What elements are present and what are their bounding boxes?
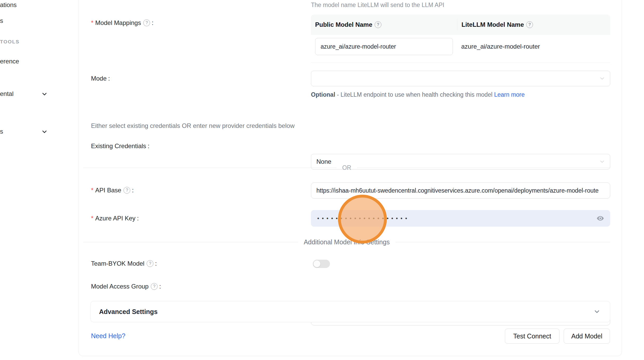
need-help-link[interactable]: Need Help? (91, 332, 125, 340)
or-divider-text: OR (336, 164, 357, 171)
colon: : (152, 19, 153, 27)
model-mappings-label: * Model Mappings ? : (91, 19, 153, 27)
azure-api-key-input[interactable]: •••••••••••••••••••• (311, 210, 610, 227)
colon: : (108, 75, 110, 82)
additional-settings-divider-text: Additional Model Info Settings (298, 238, 395, 246)
sidebar-item-ations[interactable]: ations (0, 1, 17, 9)
mode-hint-text: - LiteLLM endpoint to use when health ch… (335, 91, 494, 98)
advanced-settings-panel[interactable]: Advanced Settings (90, 301, 610, 322)
required-asterisk: * (91, 215, 93, 222)
existing-credentials-label-text: Existing Credentials (91, 142, 146, 150)
toggle-knob (314, 260, 320, 267)
colon: : (137, 215, 139, 222)
mode-hint-bold: Optional (311, 91, 335, 98)
litellm-model-name-value: azure_ai/azure-model-router (453, 43, 540, 50)
sidebar-item-ental[interactable]: ental (0, 90, 14, 97)
existing-credentials-label: Existing Credentials : (91, 142, 149, 150)
help-circle-icon[interactable]: ? (143, 19, 150, 26)
colon: : (159, 283, 161, 290)
team-byok-label-text: Team-BYOK Model (91, 260, 144, 267)
api-base-label-text: API Base (95, 187, 121, 194)
mode-select[interactable] (311, 71, 610, 86)
help-circle-icon[interactable]: ? (147, 260, 153, 267)
column-label: Public Model Name (315, 21, 372, 28)
azure-api-key-label: * Azure API Key : (91, 215, 139, 222)
sidebar-section-tools: TOOLS (0, 39, 19, 45)
model-name-hint: The model name LiteLLM will send to the … (311, 2, 444, 9)
mode-label-text: Mode (91, 75, 107, 82)
colon: : (148, 142, 149, 150)
masked-api-key: •••••••••••••••••••• (317, 216, 596, 221)
sidebar-item-s1[interactable]: s (0, 17, 3, 24)
azure-api-key-label-text: Azure API Key (95, 215, 135, 222)
sidebar-item-erence[interactable]: erence (0, 58, 19, 65)
additional-settings-divider: Additional Model Info Settings (83, 238, 610, 246)
column-litellm-model-name: LiteLLM Model Name ? (457, 19, 610, 30)
credentials-note: Either select existing credentials OR en… (91, 122, 295, 129)
mode-hint: Optional - LiteLLM endpoint to use when … (311, 89, 527, 100)
model-mappings-table: Public Model Name ? LiteLLM Model Name ?… (311, 15, 610, 63)
required-asterisk: * (91, 187, 93, 194)
sidebar-item-s2[interactable]: s (0, 128, 3, 135)
team-byok-label: Team-BYOK Model ? : (91, 260, 157, 267)
api-base-label: * API Base ? : (91, 187, 134, 194)
model-access-group-label: Model Access Group ? : (91, 283, 161, 290)
column-public-model-name: Public Model Name ? (311, 21, 457, 28)
test-connect-button[interactable]: Test Connect (505, 329, 560, 344)
mode-label: Mode : (91, 75, 110, 82)
learn-more-link[interactable]: Learn more (494, 91, 525, 98)
team-byok-toggle[interactable] (313, 260, 330, 268)
help-circle-icon[interactable]: ? (375, 21, 381, 28)
or-divider: OR (83, 164, 610, 171)
chevron-down-icon (599, 159, 605, 165)
chevron-down-icon (593, 308, 601, 315)
table-row: azure_ai/azure-model-router (311, 35, 610, 63)
model-mappings-table-header: Public Model Name ? LiteLLM Model Name ? (311, 15, 610, 35)
add-model-button[interactable]: Add Model (564, 329, 610, 344)
api-base-input[interactable] (311, 182, 610, 199)
chevron-down-icon[interactable] (41, 91, 48, 97)
colon: : (132, 187, 134, 194)
model-access-group-label-text: Model Access Group (91, 283, 148, 290)
column-label: LiteLLM Model Name (461, 21, 524, 28)
chevron-down-icon[interactable] (41, 128, 48, 135)
add-model-page: ations s TOOLS erence ental s The model … (0, 0, 644, 360)
public-model-name-input[interactable] (315, 38, 453, 55)
help-circle-icon[interactable]: ? (123, 187, 130, 194)
help-circle-icon[interactable]: ? (526, 21, 533, 28)
eye-icon[interactable] (596, 214, 604, 222)
colon: : (155, 260, 157, 267)
advanced-settings-title: Advanced Settings (99, 308, 593, 316)
required-asterisk: * (91, 19, 93, 27)
model-mappings-label-text: Model Mappings (95, 19, 141, 27)
help-circle-icon[interactable]: ? (151, 283, 158, 290)
chevron-down-icon (599, 75, 605, 82)
